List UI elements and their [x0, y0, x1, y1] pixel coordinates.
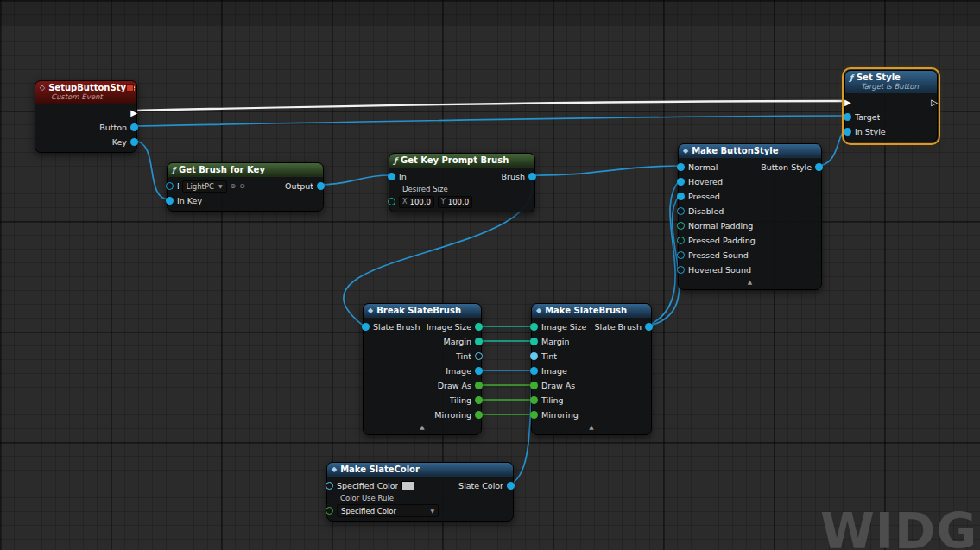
brush-pin[interactable]: [528, 173, 536, 180]
node-get-key-prompt-brush[interactable]: ƒ Get Key Prompt Brush In Brush Desired …: [389, 153, 535, 212]
desired-size-pin[interactable]: [388, 198, 395, 205]
pin-label: Mirroring: [434, 410, 471, 420]
tiling-in-pin[interactable]: [530, 396, 538, 404]
node-subtitle: Target is Button: [861, 82, 932, 91]
exec-in-pin[interactable]: ▶: [844, 98, 851, 107]
draw-as-out-pin[interactable]: [475, 382, 483, 389]
in-style-pin[interactable]: [844, 128, 851, 136]
in-pin[interactable]: [388, 173, 395, 180]
color-swatch[interactable]: [401, 481, 414, 490]
watermark: WIDGET: [820, 503, 980, 550]
node-header[interactable]: ƒ Set Style Target is Button: [845, 71, 937, 93]
pressed-pin[interactable]: [677, 193, 685, 200]
node-header[interactable]: ƒ Get Brush for Key: [168, 163, 323, 177]
wire-brush-normal: [530, 166, 680, 175]
y-value: 100.0: [448, 198, 469, 206]
pin-label: Disabled: [688, 206, 724, 216]
collapse-arrow-icon[interactable]: ▲: [364, 422, 481, 432]
pin-label: Slate Brush: [373, 322, 420, 332]
pin-label: Image: [446, 366, 471, 376]
margin-out-pin[interactable]: [475, 338, 483, 345]
collapse-arrow-icon[interactable]: ▲: [679, 277, 821, 287]
node-get-brush-for-key[interactable]: ƒ Get Brush for Key Data Table LightPC ▼…: [167, 162, 324, 212]
node-header[interactable]: ◆ Make SlateBrush: [532, 304, 651, 318]
delegate-pin[interactable]: [126, 84, 134, 92]
node-title: Break SlateBrush: [376, 306, 461, 315]
node-break-slate-brush[interactable]: ◆ Break SlateBrush Slate Brush Image Siz…: [363, 303, 482, 435]
slate-brush-in-pin[interactable]: [362, 323, 370, 331]
node-title: Make SlateColor: [340, 465, 420, 474]
node-header[interactable]: ◇ SetupButtonStyle Custom Event: [35, 81, 136, 104]
browse-asset-icon[interactable]: ⊙: [239, 183, 245, 190]
tint-in-pin[interactable]: [530, 352, 538, 360]
key-out-pin[interactable]: [130, 138, 138, 146]
image-out-pin[interactable]: [475, 367, 483, 375]
mirroring-in-pin[interactable]: [530, 411, 538, 419]
color-use-rule-dropdown[interactable]: Specified Color ▼: [337, 504, 439, 517]
function-icon: ƒ: [172, 166, 175, 174]
make-struct-icon: ◆: [536, 307, 541, 314]
button-style-pin[interactable]: [815, 163, 823, 171]
make-struct-icon: ◆: [332, 465, 337, 473]
break-struct-icon: ◆: [368, 307, 373, 314]
node-make-button-style[interactable]: ◆ Make ButtonStyle Normal Button Style H…: [678, 143, 822, 290]
desired-size-x-input[interactable]: X 100.0: [399, 196, 434, 208]
tint-out-pin[interactable]: [475, 352, 483, 360]
color-use-rule-label: Color Use Rule: [340, 494, 394, 503]
pin-label: Target: [855, 112, 880, 122]
color-use-rule-pin[interactable]: [326, 507, 333, 515]
desired-size-y-input[interactable]: Y 100.0: [438, 196, 472, 208]
pin-label: Tint: [541, 351, 557, 361]
hovered-sound-pin[interactable]: [677, 266, 685, 274]
button-out-pin[interactable]: [130, 123, 138, 131]
disabled-pin[interactable]: [677, 207, 685, 215]
normal-padding-pin[interactable]: [677, 222, 685, 230]
slate-color-out-pin[interactable]: [507, 482, 515, 490]
node-header[interactable]: ◆ Break SlateBrush: [364, 304, 481, 318]
data-table-pin[interactable]: [166, 182, 174, 190]
image-in-pin[interactable]: [530, 367, 538, 375]
node-make-slate-color[interactable]: ◆ Make SlateColor Specified Color Slate …: [326, 462, 514, 522]
dropdown-caret-icon: ▼: [218, 183, 223, 189]
specified-color-pin[interactable]: [326, 482, 333, 490]
pin-label: Data Table: [177, 181, 179, 191]
pin-label: Slate Color: [458, 481, 503, 490]
blueprint-graph-canvas[interactable]: WIDGET ◇ SetupButtonStyle Custom Event ▶…: [0, 0, 980, 550]
normal-pin[interactable]: [677, 163, 685, 171]
in-key-pin[interactable]: [166, 197, 174, 205]
margin-in-pin[interactable]: [530, 338, 538, 345]
pin-label: Mirroring: [541, 410, 579, 420]
hovered-pin[interactable]: [677, 178, 685, 186]
exec-out-pin[interactable]: ▷: [931, 98, 938, 107]
node-header[interactable]: ◆ Make ButtonStyle: [679, 144, 821, 158]
collapse-arrow-icon[interactable]: ▲: [532, 422, 651, 432]
wire-button-target: [134, 116, 847, 126]
pressed-sound-pin[interactable]: [677, 251, 685, 259]
slate-brush-out-pin[interactable]: [645, 323, 653, 331]
data-table-dropdown[interactable]: LightPC ▼: [182, 180, 227, 193]
image-size-out-pin[interactable]: [475, 323, 483, 331]
exec-out-pin[interactable]: ▶: [130, 109, 137, 117]
use-asset-icon[interactable]: ⊕: [231, 183, 237, 190]
x-value: 100.0: [409, 198, 430, 206]
pin-label: Slate Brush: [595, 322, 642, 332]
draw-as-in-pin[interactable]: [530, 382, 538, 389]
wire-key-inkey: [134, 141, 169, 199]
output-pin[interactable]: [317, 182, 325, 190]
mirroring-out-pin[interactable]: [475, 411, 483, 419]
image-size-in-pin[interactable]: [530, 323, 538, 331]
node-header[interactable]: ◆ Make SlateColor: [327, 463, 513, 477]
pin-label: Image Size: [541, 322, 586, 332]
node-setup-button-style[interactable]: ◇ SetupButtonStyle Custom Event ▶ Button…: [35, 80, 137, 153]
pin-label: Hovered: [688, 177, 723, 186]
node-title: Set Style: [857, 73, 901, 82]
node-make-slate-brush[interactable]: ◆ Make SlateBrush Image Size Slate Brush…: [531, 303, 652, 435]
color-use-rule-value: Specified Color: [341, 507, 396, 515]
target-pin[interactable]: [844, 113, 851, 121]
pin-label: Pressed Sound: [688, 250, 749, 260]
tiling-out-pin[interactable]: [475, 396, 483, 404]
pressed-padding-pin[interactable]: [677, 237, 685, 244]
node-set-style[interactable]: ƒ Set Style Target is Button ▶ ▷ Target …: [844, 70, 938, 142]
node-header[interactable]: ƒ Get Key Prompt Brush: [389, 154, 534, 168]
pin-label: Button Style: [761, 162, 812, 172]
